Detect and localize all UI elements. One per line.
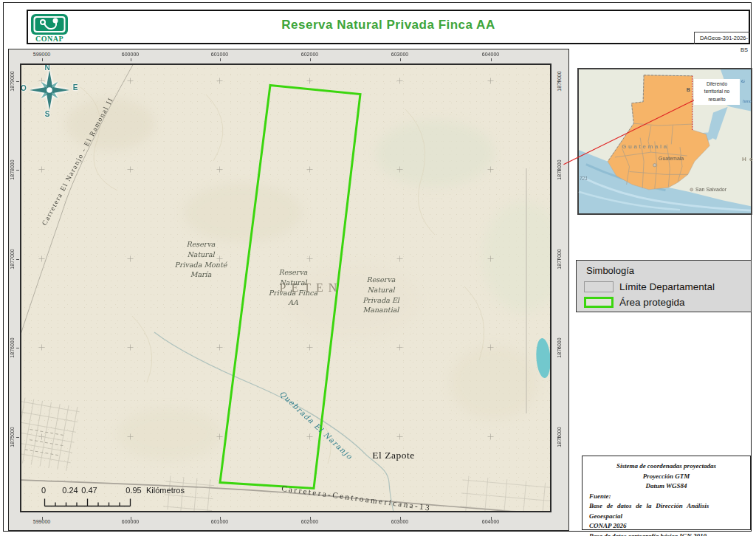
legend-swatch-departmental-limit [584,281,614,292]
credits-datum: Datum WGS84 [589,481,743,492]
grid-x-label-bottom: 602000 [301,519,318,524]
grid-tick [557,348,560,348]
legend-swatch-protected-area [584,297,614,308]
legend-label-protected-area: Área protegida [619,297,685,308]
credits-source-line2: CONAP 2026 [589,521,743,532]
grid-tick [491,58,492,61]
grid-x-label-top: 600000 [122,52,139,57]
credits-source-line1: Base de datos de la Dirección Análisis G… [589,501,743,521]
honduras-sea-fragment-label: hono [743,99,752,103]
gulf-fragment-label: G [741,78,745,84]
grid-tick [220,517,221,520]
credits-projection-system: Sistema de coordenadas proyectadas [589,461,743,472]
credits-source-heading: Fuente: [589,492,743,502]
grid-x-label-top: 599000 [33,52,50,57]
grid-x-label-bottom: 600000 [122,519,139,524]
reserve-label-monte-maria: Reserva Natural Privada Monté María [153,239,249,280]
grid-tick [131,58,131,61]
grid-x-label-bottom: 603000 [391,519,408,524]
territorial-note: Diferendo territorial no resuelto [694,79,740,105]
grid-tick [16,348,19,348]
grid-tick [310,517,311,520]
grid-tick [16,170,19,171]
grid-tick [310,58,311,61]
grid-tick [491,517,492,520]
scalebar-label-095: 0.95 [126,486,141,495]
grid-tick [400,517,401,520]
country-label: Guatemala [610,143,681,150]
san-salvador-dot [690,188,693,191]
belize-partial-label: B [687,87,690,92]
grid-tick [42,58,43,61]
compass-west-label: O [20,84,29,94]
credits-projection: Proyección GTM [589,472,743,482]
legend-label-departmental-limit: Límite Departamental [619,281,715,292]
grid-x-label-top: 601000 [211,52,228,57]
grid-tick [131,517,131,520]
conap-wordmark: CONAP [31,35,68,43]
grid-x-label-top: 602000 [301,52,318,57]
grid-x-label-bottom: 601000 [211,519,228,524]
pond [535,337,551,378]
grid-x-label-top: 604000 [482,52,499,57]
page-title: Reserva Natural Privada Finca AA [281,18,495,37]
locator-inset-map: B Diferendo territorial no resuelto Guat… [577,68,752,215]
san-salvador-label: San Salvador [695,187,726,192]
grid-tick [16,437,19,438]
grid-tick [42,517,43,520]
grid-x-label-top: 603000 [391,52,408,57]
department-label: PETEN [280,281,343,295]
compass-east-label: E [70,83,80,93]
map-frame: Carretera El Naranjo - El Ramonal II Que… [8,49,569,531]
scalebar-label-0: 0 [41,486,46,495]
grid-tick [557,259,560,260]
guatemala-city-dot [653,164,656,167]
credits-source-line3: Base de datos cartografía básica IGN 201… [589,532,743,536]
grid-tick [16,81,19,82]
scalebar-ticks [45,499,131,506]
grid-tick [557,170,560,171]
road-south-label: Carretera-Centroamericana-13 [281,484,432,512]
credits-box: Sistema de coordenadas proyectadas Proye… [582,456,751,530]
scalebar-unit-label: Kilómetros [146,486,185,495]
compass-south-label: S [42,110,52,120]
town-label: El Zapote [372,450,414,461]
stream-label: Quebrada El Naranjo [278,389,354,461]
scalebar-label-047: 0.47 [81,486,97,495]
map-canvas: Carretera El Naranjo - El Ramonal II Que… [20,63,551,512]
compass-north-label: N [42,63,52,73]
grid-tick [16,259,19,260]
conap-logo-icon [31,14,68,35]
legend-title: Simbología [586,265,634,276]
honduras-partial-label: H o [742,156,754,162]
legend: Simbología Límite Departamental Área pro… [576,260,752,312]
sea-number-label: 721 [580,176,588,181]
title-bar: Reserva Natural Privada Finca AA DAGeos-… [27,10,750,44]
grid-tick [400,58,401,61]
village-grid-west [21,397,80,472]
map-sheet: { "header": { "title": "Reserva Natural … [0,0,756,536]
grid-tick [220,58,221,61]
grid-tick [557,437,560,438]
document-code: DAGeos-391-2026-BS [694,32,750,44]
scalebar-label-024: 0.24 [62,486,78,495]
village-grid-east [460,475,551,512]
capital-city-label: Guatemala [659,156,684,161]
reserve-label-manantial: Reserva Natural Privada El Manantial [333,275,429,315]
compass-rose-icon [29,69,70,111]
grid-tick [557,81,560,82]
grid-x-label-bottom: 604000 [482,519,499,524]
grid-x-label-bottom: 599000 [33,519,50,524]
